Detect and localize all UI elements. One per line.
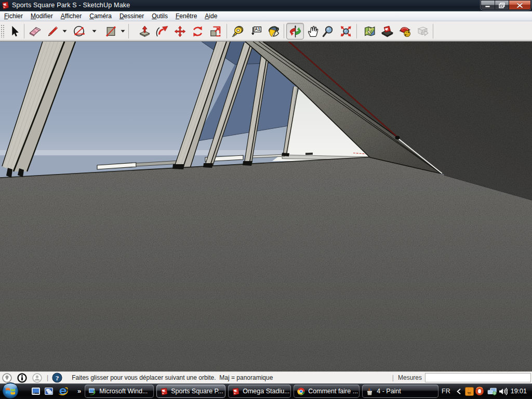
task-label: Omega Stadiu... bbox=[243, 388, 289, 395]
toolbar-separator bbox=[128, 24, 129, 38]
move-tool-button[interactable] bbox=[171, 23, 189, 39]
dropdown-arrow-icon bbox=[92, 30, 97, 33]
toggle-terrain-icon bbox=[381, 25, 394, 38]
menu-camera[interactable]: Caméra bbox=[89, 12, 112, 21]
system-tray: FR bbox=[442, 383, 532, 399]
toolbar-separator bbox=[24, 24, 24, 38]
menu-modifier[interactable]: Modifier bbox=[31, 12, 53, 21]
rectangle-tool-dropdown[interactable] bbox=[119, 23, 126, 39]
tape-measure-tool-button[interactable] bbox=[229, 23, 247, 39]
toolbar-separator bbox=[356, 24, 357, 38]
pan-hand-icon bbox=[307, 25, 320, 38]
arc-tool-button[interactable] bbox=[70, 23, 88, 39]
follow-me-tool-button[interactable] bbox=[153, 23, 171, 39]
task-paint[interactable]: 4 - Paint bbox=[362, 384, 438, 398]
dropdown-arrow-icon bbox=[62, 30, 67, 33]
toolbar-separator bbox=[433, 24, 433, 38]
measurements-input[interactable] bbox=[425, 373, 531, 382]
task-label: 4 - Paint bbox=[377, 388, 401, 395]
quicklaunch-overflow-chevron[interactable]: » bbox=[77, 387, 81, 395]
preview-in-google-earth-button[interactable] bbox=[414, 23, 431, 39]
menu-bar: Fichier Modifier Afficher Caméra Dessine… bbox=[0, 11, 532, 21]
taskbar-clock[interactable]: 19:01 bbox=[511, 388, 527, 395]
rotate-icon bbox=[191, 25, 204, 38]
zoom-icon bbox=[322, 25, 335, 38]
toolbar-grip[interactable] bbox=[1, 24, 5, 38]
preview-earth-icon bbox=[416, 25, 429, 38]
paint-bucket-tool-button[interactable] bbox=[264, 23, 282, 39]
minimize-button[interactable] bbox=[481, 1, 495, 10]
orbit-tool-button[interactable] bbox=[286, 23, 304, 39]
rectangle-tool-button[interactable] bbox=[102, 23, 119, 39]
chrome-icon bbox=[297, 388, 305, 395]
select-tool-button[interactable] bbox=[5, 23, 23, 39]
menu-fenetre[interactable]: Fenêtre bbox=[176, 12, 197, 21]
paint-app-icon bbox=[366, 388, 374, 395]
status-bar: | ? Faites glisser pour vous déplacer su… bbox=[0, 371, 532, 383]
eraser-tool-button[interactable] bbox=[26, 23, 44, 39]
line-tool-dropdown[interactable] bbox=[61, 23, 68, 39]
dropdown-arrow-icon bbox=[121, 30, 125, 33]
model-3d-scene bbox=[0, 42, 532, 371]
menu-dessiner[interactable]: Dessiner bbox=[119, 12, 144, 21]
tray-expand-chevron[interactable] bbox=[457, 389, 461, 394]
menu-fichier[interactable]: Fichier bbox=[4, 12, 23, 21]
photo-textures-icon bbox=[398, 25, 411, 38]
menu-aide[interactable]: Aide bbox=[205, 12, 217, 21]
toolbar-separator bbox=[284, 24, 284, 38]
title-bar: Sports Square Park S - SketchUp Make bbox=[0, 0, 532, 11]
zoom-tool-button[interactable] bbox=[319, 23, 337, 39]
close-button[interactable] bbox=[509, 1, 530, 10]
task-buttons: Microsoft Wind... Sports Square P... bbox=[85, 384, 438, 398]
restore-button[interactable] bbox=[495, 1, 509, 10]
eraser-icon bbox=[29, 25, 42, 38]
scale-tool-button[interactable] bbox=[206, 23, 224, 39]
sketchup-window: Sports Square Park S - SketchUp Make Fic… bbox=[0, 0, 532, 399]
help-icon[interactable]: ? bbox=[52, 373, 62, 383]
volume-tray-icon[interactable] bbox=[499, 388, 508, 395]
language-indicator[interactable]: FR bbox=[442, 388, 450, 395]
add-location-button[interactable] bbox=[361, 23, 378, 39]
show-desktop-icon[interactable] bbox=[32, 388, 40, 395]
internet-explorer-icon[interactable] bbox=[58, 387, 68, 396]
push-pull-icon bbox=[138, 25, 151, 38]
taskbar: » Microsoft Wind... bbox=[0, 383, 532, 399]
task-sports-square-park[interactable]: Sports Square P... bbox=[156, 384, 225, 398]
zoom-extents-tool-button[interactable] bbox=[337, 23, 354, 39]
text-icon: A1 bbox=[249, 25, 262, 38]
toolbar: A1 bbox=[0, 21, 532, 42]
toggle-terrain-button[interactable] bbox=[378, 23, 396, 39]
task-omega-stadium[interactable]: Omega Stadiu... bbox=[228, 384, 291, 398]
network-tray-icon[interactable] bbox=[487, 388, 497, 395]
svg-text:A1: A1 bbox=[255, 26, 260, 32]
arc-tool-dropdown[interactable] bbox=[91, 23, 98, 39]
rectangle-icon bbox=[104, 25, 117, 38]
quick-launch bbox=[32, 387, 68, 396]
measure-label: Mesures bbox=[398, 374, 422, 381]
add-location-icon bbox=[363, 25, 376, 38]
menu-outils[interactable]: Outils bbox=[152, 12, 168, 21]
task-comment-faire[interactable]: Comment faire ... bbox=[294, 384, 360, 398]
signin-icon[interactable] bbox=[32, 373, 42, 383]
model-viewport[interactable] bbox=[0, 42, 532, 371]
sketchup-app-icon bbox=[2, 2, 9, 9]
switch-windows-icon[interactable] bbox=[45, 388, 53, 395]
scene-ground bbox=[0, 157, 532, 371]
rotate-tool-button[interactable] bbox=[189, 23, 206, 39]
photo-textures-button[interactable] bbox=[396, 23, 414, 39]
sketchup-icon bbox=[232, 388, 240, 395]
java-update-tray-icon[interactable] bbox=[465, 387, 474, 396]
text-tool-button[interactable]: A1 bbox=[247, 23, 264, 39]
start-button[interactable] bbox=[2, 382, 19, 399]
line-tool-button[interactable] bbox=[44, 23, 61, 39]
menu-afficher[interactable]: Afficher bbox=[61, 12, 82, 21]
svg-text:?: ? bbox=[56, 374, 59, 382]
push-pull-tool-button[interactable] bbox=[136, 23, 153, 39]
task-microsoft-windows[interactable]: Microsoft Wind... bbox=[85, 384, 154, 398]
minimize-icon bbox=[485, 3, 491, 8]
statusbar-separator: | bbox=[47, 374, 48, 381]
task-label: Sports Square P... bbox=[171, 388, 223, 395]
red-ring-tray-icon[interactable] bbox=[475, 387, 484, 396]
window-controls bbox=[481, 0, 531, 10]
status-hint: Faites glisser pour vous déplacer suivan… bbox=[72, 374, 273, 381]
